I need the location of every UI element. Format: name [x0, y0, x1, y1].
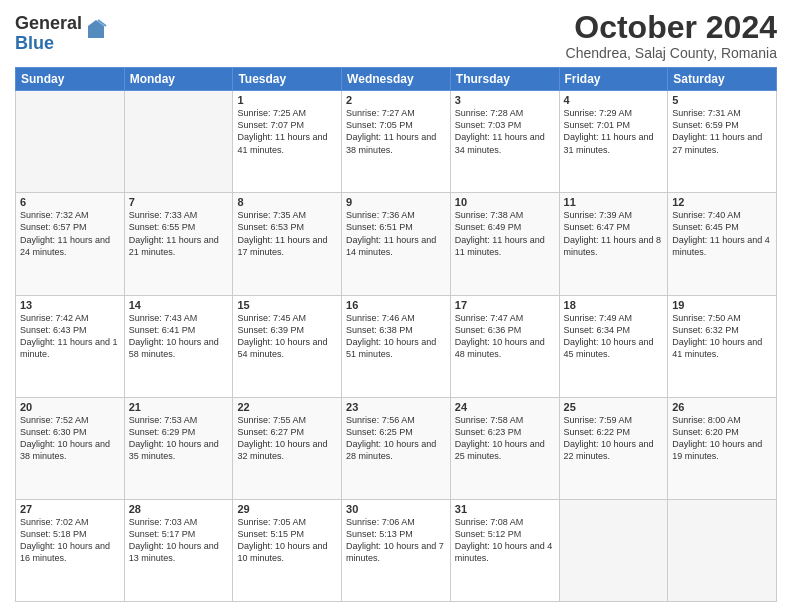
table-row: 6Sunrise: 7:32 AM Sunset: 6:57 PM Daylig… — [16, 193, 125, 295]
day-number: 13 — [20, 299, 120, 311]
table-row: 13Sunrise: 7:42 AM Sunset: 6:43 PM Dayli… — [16, 295, 125, 397]
day-number: 26 — [672, 401, 772, 413]
header-saturday: Saturday — [668, 68, 777, 91]
logo-general: General — [15, 14, 82, 34]
table-row: 12Sunrise: 7:40 AM Sunset: 6:45 PM Dayli… — [668, 193, 777, 295]
day-number: 30 — [346, 503, 446, 515]
week-row-4: 27Sunrise: 7:02 AM Sunset: 5:18 PM Dayli… — [16, 499, 777, 601]
table-row: 23Sunrise: 7:56 AM Sunset: 6:25 PM Dayli… — [342, 397, 451, 499]
day-info: Sunrise: 7:35 AM Sunset: 6:53 PM Dayligh… — [237, 209, 337, 258]
day-number: 11 — [564, 196, 664, 208]
logo-blue: Blue — [15, 34, 82, 54]
table-row: 18Sunrise: 7:49 AM Sunset: 6:34 PM Dayli… — [559, 295, 668, 397]
day-number: 23 — [346, 401, 446, 413]
day-info: Sunrise: 7:47 AM Sunset: 6:36 PM Dayligh… — [455, 312, 555, 361]
day-info: Sunrise: 7:56 AM Sunset: 6:25 PM Dayligh… — [346, 414, 446, 463]
table-row: 17Sunrise: 7:47 AM Sunset: 6:36 PM Dayli… — [450, 295, 559, 397]
day-number: 27 — [20, 503, 120, 515]
table-row: 15Sunrise: 7:45 AM Sunset: 6:39 PM Dayli… — [233, 295, 342, 397]
table-row — [559, 499, 668, 601]
day-number: 5 — [672, 94, 772, 106]
day-number: 19 — [672, 299, 772, 311]
calendar-header-row: Sunday Monday Tuesday Wednesday Thursday… — [16, 68, 777, 91]
calendar-table: Sunday Monday Tuesday Wednesday Thursday… — [15, 67, 777, 602]
week-row-2: 13Sunrise: 7:42 AM Sunset: 6:43 PM Dayli… — [16, 295, 777, 397]
day-number: 2 — [346, 94, 446, 106]
table-row: 11Sunrise: 7:39 AM Sunset: 6:47 PM Dayli… — [559, 193, 668, 295]
header: General Blue October 2024 Chendrea, Sala… — [15, 10, 777, 61]
day-info: Sunrise: 7:46 AM Sunset: 6:38 PM Dayligh… — [346, 312, 446, 361]
day-number: 1 — [237, 94, 337, 106]
day-info: Sunrise: 7:31 AM Sunset: 6:59 PM Dayligh… — [672, 107, 772, 156]
day-info: Sunrise: 7:03 AM Sunset: 5:17 PM Dayligh… — [129, 516, 229, 565]
day-info: Sunrise: 7:39 AM Sunset: 6:47 PM Dayligh… — [564, 209, 664, 258]
week-row-3: 20Sunrise: 7:52 AM Sunset: 6:30 PM Dayli… — [16, 397, 777, 499]
table-row: 1Sunrise: 7:25 AM Sunset: 7:07 PM Daylig… — [233, 91, 342, 193]
day-number: 20 — [20, 401, 120, 413]
table-row: 30Sunrise: 7:06 AM Sunset: 5:13 PM Dayli… — [342, 499, 451, 601]
table-row — [124, 91, 233, 193]
day-info: Sunrise: 7:38 AM Sunset: 6:49 PM Dayligh… — [455, 209, 555, 258]
page: General Blue October 2024 Chendrea, Sala… — [0, 0, 792, 612]
day-number: 24 — [455, 401, 555, 413]
logo-icon — [84, 18, 108, 42]
day-info: Sunrise: 7:58 AM Sunset: 6:23 PM Dayligh… — [455, 414, 555, 463]
day-number: 4 — [564, 94, 664, 106]
day-info: Sunrise: 7:45 AM Sunset: 6:39 PM Dayligh… — [237, 312, 337, 361]
day-number: 7 — [129, 196, 229, 208]
month-title: October 2024 — [566, 10, 777, 45]
day-info: Sunrise: 7:29 AM Sunset: 7:01 PM Dayligh… — [564, 107, 664, 156]
day-number: 8 — [237, 196, 337, 208]
day-info: Sunrise: 7:50 AM Sunset: 6:32 PM Dayligh… — [672, 312, 772, 361]
day-number: 10 — [455, 196, 555, 208]
day-number: 28 — [129, 503, 229, 515]
day-info: Sunrise: 7:36 AM Sunset: 6:51 PM Dayligh… — [346, 209, 446, 258]
table-row: 29Sunrise: 7:05 AM Sunset: 5:15 PM Dayli… — [233, 499, 342, 601]
table-row: 24Sunrise: 7:58 AM Sunset: 6:23 PM Dayli… — [450, 397, 559, 499]
day-info: Sunrise: 7:59 AM Sunset: 6:22 PM Dayligh… — [564, 414, 664, 463]
week-row-1: 6Sunrise: 7:32 AM Sunset: 6:57 PM Daylig… — [16, 193, 777, 295]
header-monday: Monday — [124, 68, 233, 91]
day-number: 29 — [237, 503, 337, 515]
day-info: Sunrise: 7:33 AM Sunset: 6:55 PM Dayligh… — [129, 209, 229, 258]
day-info: Sunrise: 7:40 AM Sunset: 6:45 PM Dayligh… — [672, 209, 772, 258]
day-number: 16 — [346, 299, 446, 311]
table-row: 25Sunrise: 7:59 AM Sunset: 6:22 PM Dayli… — [559, 397, 668, 499]
table-row: 26Sunrise: 8:00 AM Sunset: 6:20 PM Dayli… — [668, 397, 777, 499]
logo: General Blue — [15, 14, 108, 54]
day-info: Sunrise: 7:25 AM Sunset: 7:07 PM Dayligh… — [237, 107, 337, 156]
day-info: Sunrise: 7:55 AM Sunset: 6:27 PM Dayligh… — [237, 414, 337, 463]
day-info: Sunrise: 7:32 AM Sunset: 6:57 PM Dayligh… — [20, 209, 120, 258]
day-number: 3 — [455, 94, 555, 106]
day-number: 17 — [455, 299, 555, 311]
table-row: 21Sunrise: 7:53 AM Sunset: 6:29 PM Dayli… — [124, 397, 233, 499]
header-friday: Friday — [559, 68, 668, 91]
table-row: 3Sunrise: 7:28 AM Sunset: 7:03 PM Daylig… — [450, 91, 559, 193]
table-row: 19Sunrise: 7:50 AM Sunset: 6:32 PM Dayli… — [668, 295, 777, 397]
day-number: 18 — [564, 299, 664, 311]
table-row: 2Sunrise: 7:27 AM Sunset: 7:05 PM Daylig… — [342, 91, 451, 193]
header-tuesday: Tuesday — [233, 68, 342, 91]
table-row: 5Sunrise: 7:31 AM Sunset: 6:59 PM Daylig… — [668, 91, 777, 193]
table-row — [668, 499, 777, 601]
day-info: Sunrise: 7:08 AM Sunset: 5:12 PM Dayligh… — [455, 516, 555, 565]
week-row-0: 1Sunrise: 7:25 AM Sunset: 7:07 PM Daylig… — [16, 91, 777, 193]
table-row: 20Sunrise: 7:52 AM Sunset: 6:30 PM Dayli… — [16, 397, 125, 499]
day-info: Sunrise: 7:53 AM Sunset: 6:29 PM Dayligh… — [129, 414, 229, 463]
header-wednesday: Wednesday — [342, 68, 451, 91]
day-info: Sunrise: 7:42 AM Sunset: 6:43 PM Dayligh… — [20, 312, 120, 361]
table-row: 27Sunrise: 7:02 AM Sunset: 5:18 PM Dayli… — [16, 499, 125, 601]
table-row — [16, 91, 125, 193]
day-number: 21 — [129, 401, 229, 413]
day-info: Sunrise: 7:52 AM Sunset: 6:30 PM Dayligh… — [20, 414, 120, 463]
day-number: 22 — [237, 401, 337, 413]
day-number: 25 — [564, 401, 664, 413]
day-number: 6 — [20, 196, 120, 208]
day-info: Sunrise: 7:27 AM Sunset: 7:05 PM Dayligh… — [346, 107, 446, 156]
day-number: 14 — [129, 299, 229, 311]
table-row: 28Sunrise: 7:03 AM Sunset: 5:17 PM Dayli… — [124, 499, 233, 601]
table-row: 8Sunrise: 7:35 AM Sunset: 6:53 PM Daylig… — [233, 193, 342, 295]
header-thursday: Thursday — [450, 68, 559, 91]
title-section: October 2024 Chendrea, Salaj County, Rom… — [566, 10, 777, 61]
header-sunday: Sunday — [16, 68, 125, 91]
